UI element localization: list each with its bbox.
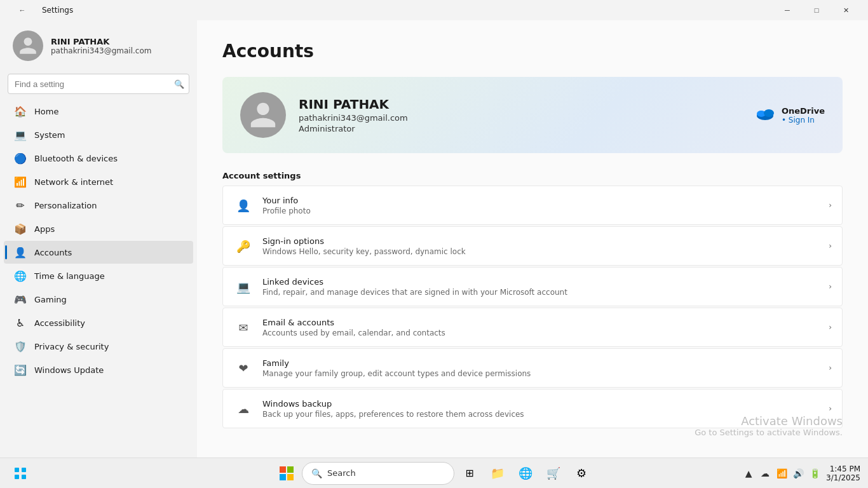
settings-item-desc: Find, repair, and manage devices that ar… bbox=[262, 288, 820, 297]
search-input[interactable] bbox=[8, 74, 189, 94]
settings-item-text: Family Manage your family group, edit ac… bbox=[262, 358, 820, 378]
accounts-icon: 👤 bbox=[14, 246, 27, 259]
settings-item-title: Family bbox=[262, 358, 820, 368]
svg-rect-9 bbox=[280, 474, 286, 480]
sidebar-profile-email: pathakrini343@gmail.com bbox=[51, 46, 151, 55]
settings-item-title: Sign-in options bbox=[262, 236, 820, 246]
settings-icon[interactable]: ⚙️ bbox=[569, 461, 594, 486]
settings-item-email-accounts[interactable]: ✉️ Email & accounts Accounts used by ema… bbox=[222, 308, 843, 347]
sidebar-item-home[interactable]: 🏠 Home bbox=[4, 100, 193, 123]
sidebar-item-apps[interactable]: 📦 Apps bbox=[4, 217, 193, 240]
taskview-icon[interactable]: ⊞ bbox=[457, 461, 482, 486]
volume-icon[interactable]: 🔊 bbox=[790, 466, 806, 481]
titlebar: ← Settings ─ □ ✕ bbox=[0, 0, 868, 20]
clock-date: 3/1/2025 bbox=[826, 473, 860, 482]
sidebar-item-gaming[interactable]: 🎮 Gaming bbox=[4, 288, 193, 311]
family-icon: ❤️ bbox=[233, 358, 254, 378]
account-card-email: pathakrini343@gmail.com bbox=[299, 113, 408, 123]
privacy-security-icon: 🛡️ bbox=[14, 340, 27, 353]
widgets-icon[interactable] bbox=[8, 461, 33, 486]
onedrive-signin-link[interactable]: Sign In bbox=[782, 116, 825, 125]
sidebar-item-label: System bbox=[34, 130, 65, 140]
network-icon: 📶 bbox=[14, 175, 27, 188]
sidebar-item-network[interactable]: 📶 Network & internet bbox=[4, 170, 193, 193]
store-icon[interactable]: 🛒 bbox=[541, 461, 566, 486]
settings-item-desc: Manage your family group, edit account t… bbox=[262, 369, 820, 378]
titlebar-left: ← Settings bbox=[8, 0, 73, 20]
minimize-button[interactable]: ─ bbox=[773, 0, 802, 20]
settings-item-your-info[interactable]: 👤 Your info Profile photo › bbox=[222, 186, 843, 225]
signin-options-icon: 🔑 bbox=[233, 236, 254, 256]
sidebar-item-privacy-security[interactable]: 🛡️ Privacy & security bbox=[4, 335, 193, 358]
sidebar-item-system[interactable]: 💻 System bbox=[4, 123, 193, 146]
explorer-icon[interactable]: 📁 bbox=[485, 461, 510, 486]
taskbar-search[interactable]: 🔍 Search bbox=[302, 462, 454, 485]
settings-item-desc: Back up your files, apps, preferences to… bbox=[262, 410, 820, 419]
onedrive-label: OneDrive bbox=[782, 106, 825, 116]
sidebar-item-label: Time & language bbox=[34, 271, 105, 281]
settings-item-desc: Windows Hello, security key, password, d… bbox=[262, 247, 820, 256]
settings-item-title: Windows backup bbox=[262, 399, 820, 409]
svg-rect-8 bbox=[287, 466, 294, 473]
page-title: Accounts bbox=[222, 41, 843, 62]
sidebar-search[interactable]: 🔍 bbox=[8, 74, 189, 94]
svg-rect-4 bbox=[22, 468, 26, 472]
svg-rect-3 bbox=[15, 468, 19, 472]
taskbar-search-text: Search bbox=[327, 468, 356, 478]
settings-item-linked-devices[interactable]: 💻 Linked devices Find, repair, and manag… bbox=[222, 267, 843, 306]
settings-item-family[interactable]: ❤️ Family Manage your family group, edit… bbox=[222, 348, 843, 388]
svg-rect-6 bbox=[22, 475, 26, 479]
settings-item-windows-backup[interactable]: ☁️ Windows backup Back up your files, ap… bbox=[222, 389, 843, 428]
close-button[interactable]: ✕ bbox=[831, 0, 860, 20]
systray: ▲ ☁️ 📶 🔊 🔋 1:45 PM 3/1/2025 bbox=[741, 464, 860, 482]
settings-item-title: Email & accounts bbox=[262, 318, 820, 327]
chevron-up-icon[interactable]: ▲ bbox=[741, 466, 756, 481]
battery-icon[interactable]: 🔋 bbox=[807, 466, 822, 481]
taskbar: 🔍 Search ⊞ 📁 🌐 🛒 ⚙️ ▲ ☁️ 📶 🔊 🔋 1:45 PM 3… bbox=[0, 458, 868, 488]
account-card-left: RINI PATHAK pathakrini343@gmail.com Admi… bbox=[240, 92, 408, 138]
settings-item-signin-options[interactable]: 🔑 Sign-in options Windows Hello, securit… bbox=[222, 226, 843, 266]
onedrive-tray-icon[interactable]: ☁️ bbox=[757, 466, 773, 481]
clock-time: 1:45 PM bbox=[826, 464, 860, 473]
taskbar-center: 🔍 Search ⊞ 📁 🌐 🛒 ⚙️ bbox=[274, 461, 594, 486]
sidebar-item-windows-update[interactable]: 🔄 Windows Update bbox=[4, 358, 193, 381]
clock[interactable]: 1:45 PM 3/1/2025 bbox=[826, 464, 860, 482]
onedrive-icon bbox=[755, 103, 775, 128]
chevron-right-icon: › bbox=[829, 363, 832, 372]
chevron-right-icon: › bbox=[829, 201, 832, 210]
titlebar-title: Settings bbox=[42, 6, 73, 15]
maximize-button[interactable]: □ bbox=[802, 0, 831, 20]
sidebar-item-label: Privacy & security bbox=[34, 342, 109, 351]
main-content: Accounts RINI PATHAK pathakrini343@gmail… bbox=[197, 20, 868, 458]
sidebar-item-accessibility[interactable]: ♿ Accessibility bbox=[4, 311, 193, 334]
sidebar-item-personalization[interactable]: ✏️ Personalization bbox=[4, 194, 193, 217]
sidebar-item-bluetooth[interactable]: 🔵 Bluetooth & devices bbox=[4, 147, 193, 170]
back-button[interactable]: ← bbox=[8, 0, 37, 20]
account-avatar-large bbox=[240, 92, 286, 138]
sidebar-item-accounts[interactable]: 👤 Accounts bbox=[4, 241, 193, 264]
account-card: RINI PATHAK pathakrini343@gmail.com Admi… bbox=[222, 77, 843, 153]
systray-icons: ▲ ☁️ 📶 🔊 🔋 bbox=[741, 466, 822, 481]
settings-item-desc: Profile photo bbox=[262, 207, 820, 215]
settings-item-text: Sign-in options Windows Hello, security … bbox=[262, 236, 820, 256]
settings-item-text: Your info Profile photo bbox=[262, 196, 820, 215]
settings-list: 👤 Your info Profile photo › 🔑 Sign-in op… bbox=[222, 186, 843, 428]
accessibility-icon: ♿ bbox=[14, 316, 27, 329]
sidebar-item-time-language[interactable]: 🌐 Time & language bbox=[4, 264, 193, 287]
edge-icon[interactable]: 🌐 bbox=[513, 461, 538, 486]
start-button[interactable] bbox=[274, 461, 299, 486]
chevron-right-icon: › bbox=[829, 282, 832, 291]
windows-update-icon: 🔄 bbox=[14, 363, 27, 376]
wifi-icon[interactable]: 📶 bbox=[774, 466, 789, 481]
sidebar-item-label: Accessibility bbox=[34, 318, 85, 328]
bluetooth-icon: 🔵 bbox=[14, 152, 27, 165]
sidebar-profile[interactable]: RINI PATHAK pathakrini343@gmail.com bbox=[0, 20, 197, 71]
your-info-icon: 👤 bbox=[233, 195, 254, 215]
account-card-name: RINI PATHAK bbox=[299, 97, 408, 112]
account-card-info: RINI PATHAK pathakrini343@gmail.com Admi… bbox=[299, 97, 408, 133]
chevron-right-icon: › bbox=[829, 323, 832, 332]
windows-backup-icon: ☁️ bbox=[233, 398, 254, 419]
apps-icon: 📦 bbox=[14, 222, 27, 235]
sidebar-profile-info: RINI PATHAK pathakrini343@gmail.com bbox=[51, 37, 151, 55]
sidebar-item-label: Windows Update bbox=[34, 365, 104, 375]
